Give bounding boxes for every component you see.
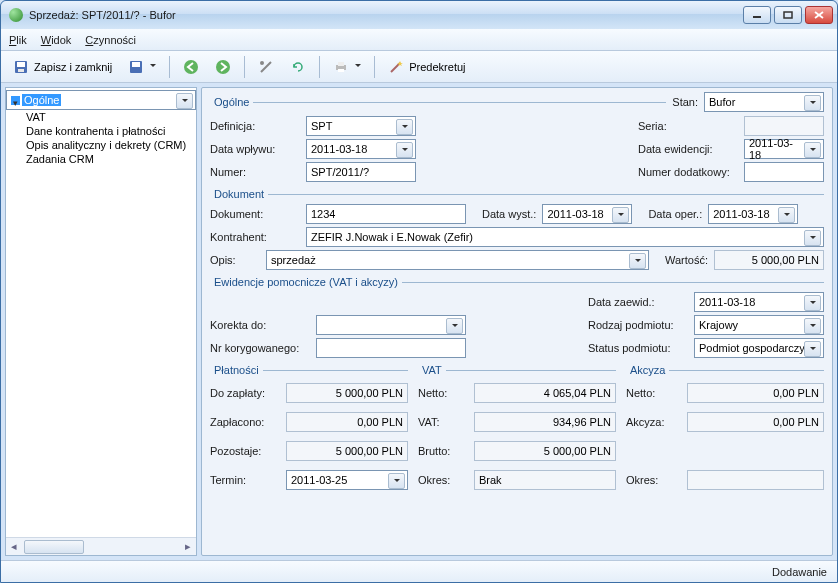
akcyza-akcyza-field: 0,00 PLN — [687, 412, 824, 432]
svg-rect-14 — [338, 69, 344, 72]
termin-field[interactable]: 2011-03-25 — [286, 470, 408, 490]
vat-vat-label: VAT: — [418, 416, 468, 428]
opis-select[interactable]: sprzedaż — [266, 250, 649, 270]
data-zaewid-label: Data zaewid.: — [588, 296, 688, 308]
section-dokument-legend: Dokument — [210, 188, 268, 200]
nr-korygowanego-label: Nr korygowanego: — [210, 342, 310, 354]
data-zaewid-field[interactable]: 2011-03-18 — [694, 292, 824, 312]
vat-vat-field: 934,96 PLN — [474, 412, 616, 432]
dokument-label: Dokument: — [210, 208, 300, 220]
pozostaje-field: 5 000,00 PLN — [286, 441, 408, 461]
data-ewidencji-label: Data ewidencji: — [638, 143, 738, 155]
sidebar-item-dane-kontrahenta[interactable]: Dane kontrahenta i płatności — [6, 124, 196, 138]
arrow-right-icon — [215, 59, 231, 75]
refresh-icon — [290, 59, 306, 75]
scroll-left-icon[interactable]: ◂ — [6, 539, 22, 555]
data-oper-field[interactable]: 2011-03-18 — [708, 204, 798, 224]
menu-widok[interactable]: Widok — [41, 34, 72, 46]
numer-dodatkowy-field[interactable] — [744, 162, 824, 182]
data-wplywu-field[interactable]: 2011-03-18 — [306, 139, 416, 159]
zaplacono-label: Zapłacono: — [210, 416, 280, 428]
dropdown-icon[interactable] — [354, 59, 361, 75]
opis-label: Opis: — [210, 254, 260, 266]
print-button[interactable] — [327, 55, 367, 79]
nr-korygowanego-field[interactable] — [316, 338, 466, 358]
svg-rect-1 — [784, 12, 792, 18]
save-button[interactable] — [122, 55, 162, 79]
minimize-button[interactable] — [743, 6, 771, 24]
termin-label: Termin: — [210, 474, 280, 486]
scroll-thumb[interactable] — [24, 540, 84, 554]
dokument-field[interactable]: 1234 — [306, 204, 466, 224]
predekretuj-label: Predekretuj — [409, 61, 465, 73]
menubar: Plik Widok Czynności — [1, 29, 837, 51]
status-podmiotu-label: Status podmiotu: — [588, 342, 688, 354]
tools-button[interactable] — [252, 55, 280, 79]
sidebar-item-ogolne[interactable]: Ogólne — [6, 90, 196, 110]
sidebar-item-zadania-crm[interactable]: Zadania CRM — [6, 152, 196, 166]
scroll-right-icon[interactable]: ▸ — [180, 539, 196, 555]
data-ewidencji-field[interactable]: 2011-03-18 — [744, 139, 824, 159]
svg-line-15 — [391, 63, 400, 72]
vat-okres-field: Brak — [474, 470, 616, 490]
expand-icon[interactable] — [11, 96, 20, 105]
maximize-button[interactable] — [774, 6, 802, 24]
stan-select[interactable]: Bufor — [704, 92, 824, 112]
titlebar: Sprzedaż: SPT/2011/? - Bufor — [1, 1, 837, 29]
definicja-select[interactable]: SPT — [306, 116, 416, 136]
data-wyst-label: Data wyst.: — [482, 208, 536, 220]
separator — [244, 56, 245, 78]
status-podmiotu-select[interactable]: Podmiot gospodarczy — [694, 338, 824, 358]
predekretuj-button[interactable]: Predekretuj — [382, 55, 471, 79]
window-title: Sprzedaż: SPT/2011/? - Bufor — [29, 9, 743, 21]
nav-tree[interactable]: Ogólne VAT Dane kontrahenta i płatności … — [6, 88, 196, 537]
akcyza-netto-label: Netto: — [626, 387, 681, 399]
separator — [169, 56, 170, 78]
refresh-button[interactable] — [284, 55, 312, 79]
section-platnosci-legend: Płatności — [210, 364, 263, 376]
printer-icon — [333, 59, 349, 75]
akcyza-akcyza-label: Akcyza: — [626, 416, 681, 428]
tools-icon — [258, 59, 274, 75]
menu-czynnosci[interactable]: Czynności — [85, 34, 136, 46]
numer-dodatkowy-label: Numer dodatkowy: — [638, 166, 738, 178]
section-ewidencje-legend: Ewidencje pomocnicze (VAT i akcyzy) — [210, 276, 402, 288]
main-panel: Ogólne Stan: Bufor Definicja: SPT Seria:… — [201, 87, 833, 556]
rodzaj-podmiotu-select[interactable]: Krajowy — [694, 315, 824, 335]
svg-rect-13 — [338, 62, 344, 66]
akcyza-okres-label: Okres: — [626, 474, 681, 486]
vat-okres-label: Okres: — [418, 474, 468, 486]
statusbar: Dodawanie — [1, 560, 837, 582]
svg-rect-5 — [17, 62, 25, 67]
toolbar: Zapisz i zamknij Predekretuj — [1, 51, 837, 83]
diskette-icon — [128, 59, 144, 75]
vat-brutto-field: 5 000,00 PLN — [474, 441, 616, 461]
korekta-label: Korekta do: — [210, 319, 310, 331]
wartosc-label: Wartość: — [665, 254, 708, 266]
close-button[interactable] — [805, 6, 833, 24]
arrow-left-icon — [183, 59, 199, 75]
akcyza-okres-field — [687, 470, 824, 490]
svg-rect-6 — [18, 69, 24, 72]
sidebar-item-vat[interactable]: VAT — [6, 110, 196, 124]
status-text: Dodawanie — [772, 566, 827, 578]
back-button[interactable] — [177, 55, 205, 79]
rodzaj-podmiotu-label: Rodzaj podmiotu: — [588, 319, 688, 331]
kontrahent-select[interactable]: ZEFIR J.Nowak i E.Nowak (Zefir) — [306, 227, 824, 247]
section-vat-legend: VAT — [418, 364, 446, 376]
forward-button[interactable] — [209, 55, 237, 79]
numer-field[interactable]: SPT/2011/? — [306, 162, 416, 182]
sidebar-item-opis-analityczny[interactable]: Opis analityczny i dekrety (CRM) — [6, 138, 196, 152]
definicja-label: Definicja: — [210, 120, 300, 132]
dropdown-icon[interactable] — [149, 59, 156, 75]
sidebar: Ogólne VAT Dane kontrahenta i płatności … — [5, 87, 197, 556]
data-wyst-field[interactable]: 2011-03-18 — [542, 204, 632, 224]
seria-label: Seria: — [638, 120, 738, 132]
save-close-button[interactable]: Zapisz i zamknij — [7, 55, 118, 79]
akcyza-netto-field: 0,00 PLN — [687, 383, 824, 403]
menu-plik[interactable]: Plik — [9, 34, 27, 46]
korekta-select[interactable] — [316, 315, 466, 335]
horizontal-scrollbar[interactable]: ◂ ▸ — [6, 537, 196, 555]
section-ogolne-legend: Ogólne — [210, 96, 253, 108]
svg-rect-8 — [132, 62, 140, 67]
